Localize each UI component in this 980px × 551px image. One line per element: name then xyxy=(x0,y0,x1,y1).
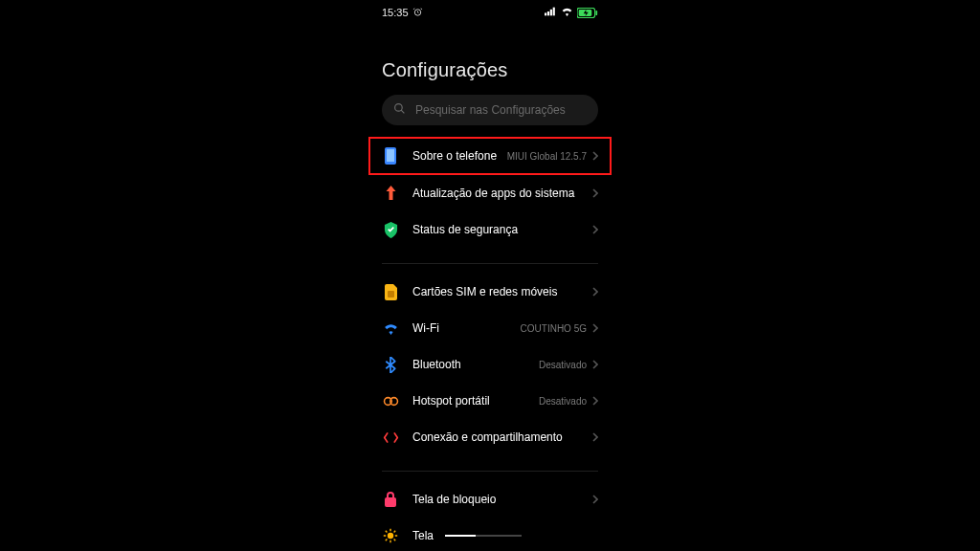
chevron-right-icon xyxy=(592,429,598,446)
row-label: Hotspot portátil xyxy=(412,394,539,408)
svg-rect-4 xyxy=(553,8,555,16)
page-title: Configurações xyxy=(368,23,612,95)
sim-card-icon xyxy=(382,284,399,300)
row-hotspot[interactable]: Hotspot portátil Desativado xyxy=(368,383,612,419)
search-input[interactable] xyxy=(413,102,587,118)
chevron-right-icon xyxy=(592,221,598,238)
row-label: Atualização de apps do sistema xyxy=(412,187,592,200)
svg-rect-14 xyxy=(385,497,396,507)
svg-rect-3 xyxy=(550,10,552,15)
row-system-app-updates[interactable]: Atualização de apps do sistema xyxy=(368,175,612,211)
row-value: Desativado xyxy=(539,360,587,370)
svg-point-8 xyxy=(395,104,403,112)
alarm-icon xyxy=(412,7,423,19)
connection-share-icon xyxy=(382,430,399,445)
lock-icon xyxy=(382,492,399,507)
chevron-right-icon xyxy=(592,283,598,300)
svg-rect-1 xyxy=(545,12,546,15)
row-label: Conexão e compartilhamento xyxy=(412,430,592,444)
search-icon xyxy=(393,101,406,119)
shield-check-icon xyxy=(382,222,399,238)
group-divider xyxy=(382,263,598,264)
svg-rect-11 xyxy=(388,291,394,298)
bluetooth-icon xyxy=(382,357,399,373)
svg-rect-2 xyxy=(547,11,549,15)
status-bar: 15:35 xyxy=(368,0,612,23)
svg-rect-10 xyxy=(387,149,394,162)
row-about-phone[interactable]: Sobre o telefone MIUI Global 12.5.7 xyxy=(368,137,612,175)
row-label: Status de segurança xyxy=(412,223,592,236)
svg-point-15 xyxy=(388,533,393,539)
row-label: Wi-Fi xyxy=(412,321,521,335)
row-label: Sobre o telefone xyxy=(412,149,507,163)
row-bluetooth[interactable]: Bluetooth Desativado xyxy=(368,346,612,383)
status-time: 15:35 xyxy=(382,7,409,18)
chevron-right-icon xyxy=(592,320,598,337)
battery-icon xyxy=(577,8,598,18)
svg-rect-7 xyxy=(595,10,597,14)
search-box[interactable] xyxy=(382,95,598,125)
row-connection-sharing[interactable]: Conexão e compartilhamento xyxy=(368,419,612,455)
phone-icon xyxy=(382,147,399,165)
row-value: Desativado xyxy=(539,396,587,407)
chevron-right-icon xyxy=(592,491,598,508)
row-value: MIUI Global 12.5.7 xyxy=(507,151,587,162)
wifi-status-icon xyxy=(561,7,573,18)
update-arrow-icon xyxy=(382,186,399,201)
chevron-right-icon xyxy=(592,356,598,373)
chevron-right-icon xyxy=(592,147,598,165)
wifi-icon xyxy=(382,322,399,335)
row-label: Bluetooth xyxy=(412,358,539,371)
chevron-right-icon xyxy=(592,392,598,409)
hotspot-icon xyxy=(382,395,399,408)
brightness-slider[interactable] xyxy=(445,535,522,537)
row-display[interactable]: Tela xyxy=(368,518,612,551)
chevron-right-icon xyxy=(592,185,598,202)
row-lock-screen[interactable]: Tela de bloqueio xyxy=(368,481,612,518)
signal-icon xyxy=(545,7,557,18)
phone-frame: 15:35 Configurações xyxy=(368,0,612,551)
brightness-sun-icon xyxy=(382,528,399,543)
row-label: Tela xyxy=(412,529,434,542)
row-wifi[interactable]: Wi-Fi COUTINHO 5G xyxy=(368,310,612,346)
row-value: COUTINHO 5G xyxy=(521,323,587,334)
group-divider xyxy=(382,471,598,472)
row-security-status[interactable]: Status de segurança xyxy=(368,211,612,248)
row-label: Tela de bloqueio xyxy=(412,493,592,506)
row-label: Cartões SIM e redes móveis xyxy=(412,285,592,298)
row-sim-networks[interactable]: Cartões SIM e redes móveis xyxy=(368,274,612,310)
